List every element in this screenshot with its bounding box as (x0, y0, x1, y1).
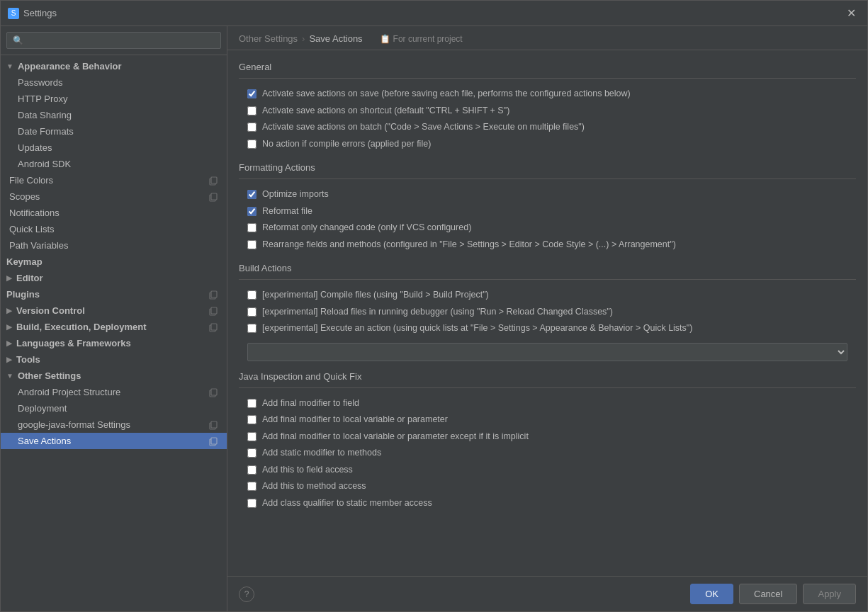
checkbox-add-this-field: Add this to field access (239, 462, 856, 479)
checkbox-reformat-file-input[interactable] (247, 207, 257, 216)
chevron-right-icon: ▶ (6, 339, 12, 347)
checkbox-execute-action-input[interactable] (247, 324, 257, 333)
sidebar-item-languages-frameworks[interactable]: ▶ Languages & Frameworks (1, 335, 227, 351)
copy-icon (208, 306, 218, 316)
sidebar-item-appearance-behavior[interactable]: ▼ Appearance & Behavior (1, 58, 227, 74)
checkbox-add-final-field-input[interactable] (247, 399, 257, 408)
checkbox-add-static-methods-label: Add static modifier to methods (262, 447, 381, 460)
checkbox-reformat-file: Reformat file (239, 203, 856, 220)
sidebar-item-date-formats[interactable]: Date Formats (1, 123, 227, 140)
sidebar-item-deployment[interactable]: Deployment (1, 400, 227, 416)
apply-button[interactable]: Apply (803, 584, 856, 604)
settings-dialog: S Settings ✕ ▼ Appearance & Behavior Pas… (0, 0, 868, 612)
checkbox-activate-on-shortcut-label: Activate save actions on shortcut (defau… (262, 105, 509, 118)
checkbox-reformat-file-label: Reformat file (262, 205, 312, 218)
svg-rect-3 (211, 193, 217, 200)
checkbox-reload-files-label: [experimental] Reload files in running d… (262, 306, 613, 319)
close-button[interactable]: ✕ (842, 5, 860, 21)
title-bar: S Settings ✕ (1, 1, 867, 26)
general-divider (239, 78, 856, 79)
checkbox-rearrange-fields-label: Rearrange fields and methods (configured… (262, 239, 676, 251)
sidebar-item-keymap[interactable]: Keymap (1, 254, 227, 270)
sidebar-item-notifications[interactable]: Notifications (1, 205, 227, 221)
build-action-dropdown[interactable] (247, 343, 847, 361)
checkbox-optimize-imports-input[interactable] (247, 190, 257, 199)
checkbox-add-final-local-except: Add final modifier to local variable or … (239, 429, 856, 446)
chevron-right-icon: ▶ (6, 356, 12, 363)
help-button[interactable]: ? (239, 586, 254, 602)
svg-rect-5 (211, 291, 217, 298)
checkbox-add-this-method-input[interactable] (247, 482, 257, 491)
checkbox-add-final-local-input[interactable] (247, 415, 257, 424)
build-action-dropdown-row (247, 343, 856, 361)
copy-icon (208, 322, 218, 332)
search-input[interactable] (6, 32, 221, 49)
sidebar-item-data-sharing[interactable]: Data Sharing (1, 107, 227, 123)
sidebar-item-version-control[interactable]: ▶ Version Control (1, 302, 227, 319)
sidebar-item-passwords[interactable]: Passwords (1, 74, 227, 91)
checkbox-activate-on-batch-input[interactable] (247, 123, 257, 132)
sidebar-item-http-proxy[interactable]: HTTP Proxy (1, 91, 227, 107)
checkbox-no-action-compile-input[interactable] (247, 140, 257, 149)
bottom-left: ? (239, 586, 254, 602)
breadcrumb-parent: Other Settings (239, 33, 298, 44)
build-divider (239, 279, 856, 280)
checkbox-reformat-changed-input[interactable] (247, 223, 257, 232)
checkbox-reload-files: [experimental] Reload files in running d… (239, 304, 856, 321)
dialog-title: Settings (23, 8, 57, 18)
sidebar-item-editor[interactable]: ▶ Editor (1, 270, 227, 286)
checkbox-reformat-changed-label: Reformat only changed code (only if VCS … (262, 222, 471, 234)
checkbox-reload-files-input[interactable] (247, 307, 257, 317)
formatting-section: Formatting Actions Optimize imports Refo… (239, 162, 856, 253)
checkbox-activate-on-save: Activate save actions on save (before sa… (239, 86, 856, 103)
sidebar: ▼ Appearance & Behavior Passwords HTTP P… (1, 26, 227, 611)
checkbox-compile-files-input[interactable] (247, 290, 257, 300)
sidebar-item-plugins[interactable]: Plugins (1, 286, 227, 302)
for-project-icon: 📋 (380, 34, 390, 44)
dialog-body: ▼ Appearance & Behavior Passwords HTTP P… (1, 26, 867, 611)
checkbox-add-this-field-input[interactable] (247, 465, 257, 475)
chevron-right-icon: ▶ (6, 307, 12, 314)
formatting-title: Formatting Actions (239, 162, 856, 173)
checkbox-add-this-method: Add this to method access (239, 478, 856, 495)
sidebar-item-android-project-structure[interactable]: Android Project Structure (1, 384, 227, 400)
bottom-bar: ? OK Cancel Apply (227, 576, 867, 611)
cancel-button[interactable]: Cancel (739, 584, 797, 604)
sidebar-item-build-execution[interactable]: ▶ Build, Execution, Deployment (1, 319, 227, 335)
sidebar-content: ▼ Appearance & Behavior Passwords HTTP P… (1, 55, 227, 611)
sidebar-item-file-colors[interactable]: File Colors (1, 172, 227, 188)
checkbox-activate-on-save-input[interactable] (247, 89, 257, 98)
checkbox-activate-on-shortcut-input[interactable] (247, 106, 257, 115)
checkbox-add-class-qualifier-input[interactable] (247, 499, 257, 508)
main-panel: Other Settings › Save Actions 📋 For curr… (227, 26, 867, 611)
build-section: Build Actions [experimental] Compile fil… (239, 263, 856, 361)
ok-button[interactable]: OK (690, 584, 733, 604)
copy-icon (208, 387, 218, 397)
formatting-divider (239, 178, 856, 179)
checkbox-reformat-changed: Reformat only changed code (only if VCS … (239, 220, 856, 237)
checkbox-add-final-local-label: Add final modifier to local variable or … (262, 414, 448, 426)
checkbox-add-final-local-except-input[interactable] (247, 432, 257, 441)
svg-rect-15 (211, 438, 217, 444)
checkbox-optimize-imports-label: Optimize imports (262, 188, 329, 201)
checkbox-activate-on-save-label: Activate save actions on save (before sa… (262, 88, 631, 101)
checkbox-rearrange-fields-input[interactable] (247, 240, 257, 249)
copy-icon (208, 436, 218, 446)
sidebar-item-android-sdk[interactable]: Android SDK (1, 156, 227, 172)
checkbox-rearrange-fields: Rearrange fields and methods (configured… (239, 237, 856, 254)
sidebar-item-quick-lists[interactable]: Quick Lists (1, 221, 227, 237)
sidebar-item-tools[interactable]: ▶ Tools (1, 351, 227, 368)
sidebar-item-path-variables[interactable]: Path Variables (1, 237, 227, 254)
checkbox-add-final-field: Add final modifier to field (239, 395, 856, 412)
copy-icon (208, 192, 218, 202)
title-bar-left: S Settings (8, 8, 57, 19)
sidebar-item-google-java-format[interactable]: google-java-format Settings (1, 416, 227, 433)
checkbox-add-static-methods-input[interactable] (247, 448, 257, 458)
copy-icon (208, 290, 218, 300)
for-project: 📋 For current project (380, 34, 463, 44)
sidebar-item-updates[interactable]: Updates (1, 140, 227, 156)
sidebar-item-other-settings[interactable]: ▼ Other Settings (1, 368, 227, 384)
sidebar-item-scopes[interactable]: Scopes (1, 188, 227, 205)
sidebar-item-save-actions[interactable]: Save Actions (1, 433, 227, 449)
checkbox-add-class-qualifier: Add class qualifier to static member acc… (239, 495, 856, 512)
